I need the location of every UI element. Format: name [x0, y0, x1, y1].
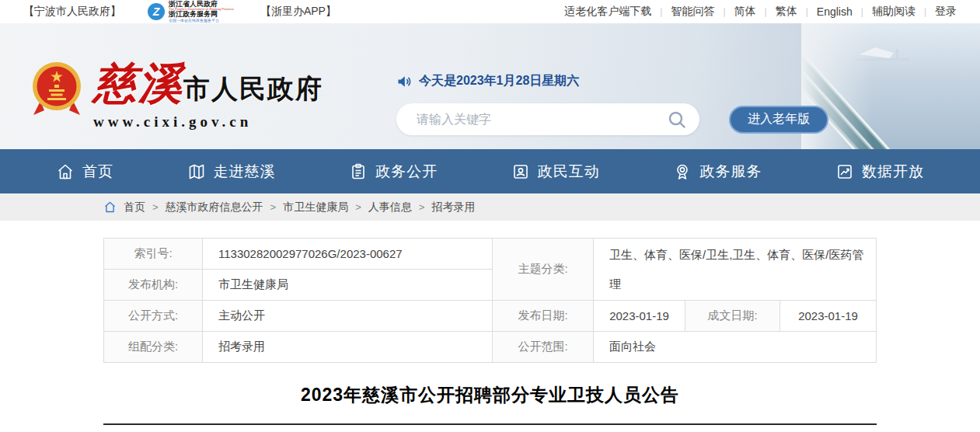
publish-date-label: 发布日期:	[493, 301, 594, 332]
publishing-agency-label: 发布机构:	[104, 270, 203, 301]
index-number-value: 11330282002977026G/2023-00627	[203, 239, 493, 270]
search-button[interactable]	[667, 110, 687, 130]
nav-item-about-cixi[interactable]: 走进慈溪	[187, 162, 276, 182]
topbar-right: 适老化客户端下载 | 智能问答 | 简体 | 繁体 | English | 辅助…	[564, 5, 957, 19]
site-header: 慈溪 市人民政府 www.cixi.gov.cn 今天是2023年1月28日星期…	[0, 23, 980, 149]
disclosure-method-value: 主动公开	[203, 301, 493, 332]
breadcrumb-home[interactable]: 首页	[124, 200, 145, 214]
home-icon	[56, 162, 75, 181]
map-icon	[187, 162, 206, 181]
nav-item-home[interactable]: 首页	[56, 162, 113, 182]
page-title: 2023年慈溪市公开招聘部分专业卫技人员公告	[103, 383, 877, 407]
document-date-label: 成文日期:	[685, 301, 780, 332]
zj-logo-line3: 全国一体化在线政务服务平台	[169, 19, 234, 23]
national-emblem-icon	[31, 61, 82, 121]
breadcrumb-recruitment[interactable]: 招考录用	[431, 200, 475, 214]
breadcrumb-health-bureau[interactable]: 市卫生健康局	[283, 200, 348, 214]
disclosure-scope-label: 公开范围:	[493, 332, 594, 363]
article-area: 索引号: 11330282002977026G/2023-00627 主题分类:…	[103, 238, 877, 425]
nav-item-public-interaction[interactable]: 政民互动	[511, 162, 600, 182]
today-date-text: 今天是2023年1月28日星期六	[419, 73, 579, 89]
nav-item-open-data[interactable]: 数据开放	[835, 162, 924, 182]
document-meta-table: 索引号: 11330282002977026G/2023-00627 主题分类:…	[103, 238, 877, 363]
disclosure-scope-value: 面向社会	[594, 332, 877, 363]
zhejiang-gov-logo[interactable]: Z 浙江省人民政府 The People's Government of Zhe…	[148, 1, 234, 23]
home-breadcrumb-icon[interactable]	[103, 200, 117, 214]
search-input[interactable]	[417, 113, 667, 127]
breadcrumb: 首页 > 慈溪市政府信息公开 > 市卫生健康局 > 人事信息 > 招考录用	[103, 193, 877, 221]
topbar-left: 【宁波市人民政府】 Z 浙江省人民政府 The People's Governm…	[23, 1, 337, 23]
top-utility-bar: 【宁波市人民政府】 Z 浙江省人民政府 The People's Governm…	[0, 0, 980, 23]
english-link[interactable]: English	[817, 5, 853, 18]
site-url: www.cixi.gov.cn	[93, 113, 323, 131]
login-link[interactable]: 登录	[935, 5, 957, 19]
title-divider	[103, 423, 877, 425]
speaker-icon[interactable]	[396, 74, 412, 89]
id-card-icon	[511, 162, 530, 181]
main-nav: 首页 走进慈溪 政务公开 政民互动 政务服务 数据开放	[0, 149, 980, 193]
group-category-label: 组配分类:	[104, 332, 203, 363]
elderly-client-download-link[interactable]: 适老化客户端下载	[564, 5, 651, 19]
disclosure-method-label: 公开方式:	[104, 301, 203, 332]
date-banner: 今天是2023年1月28日星期六	[396, 73, 828, 89]
clipboard-icon	[349, 162, 368, 181]
elder-version-button[interactable]: 进入老年版	[729, 106, 828, 134]
zheliban-app-link[interactable]: 【浙里办APP】	[260, 5, 337, 19]
nav-item-gov-services[interactable]: 政务服务	[673, 162, 762, 182]
medal-icon	[673, 162, 692, 181]
site-name-calligraphy: 慈溪	[93, 61, 183, 104]
breadcrumb-personnel-info[interactable]: 人事信息	[368, 200, 412, 214]
publishing-agency-value: 市卫生健康局	[203, 270, 493, 301]
simplified-chinese-link[interactable]: 简体	[734, 5, 756, 19]
topic-category-value: 卫生、体育、医保/卫生,卫生、体育、医保/医药管理	[594, 239, 877, 301]
chart-icon	[835, 162, 854, 181]
site-brand[interactable]: 慈溪 市人民政府 www.cixi.gov.cn	[31, 61, 323, 131]
ningbo-gov-link[interactable]: 【宁波市人民政府】	[23, 5, 121, 19]
site-search	[396, 103, 699, 135]
group-category-value: 招考录用	[203, 332, 493, 363]
search-icon	[667, 110, 687, 130]
index-number-label: 索引号:	[104, 239, 203, 270]
smart-qa-link[interactable]: 智能问答	[671, 5, 714, 19]
nav-item-gov-disclosure[interactable]: 政务公开	[349, 162, 438, 182]
topic-category-label: 主题分类:	[493, 239, 594, 301]
zhejiang-logo-icon: Z	[148, 3, 165, 20]
site-name-suffix: 市人民政府	[183, 71, 323, 107]
accessibility-link[interactable]: 辅助阅读	[872, 5, 915, 19]
document-date-value: 2023-01-19	[780, 301, 877, 332]
breadcrumb-info-disclosure[interactable]: 慈溪市政府信息公开	[166, 200, 263, 214]
breadcrumb-band: 首页 > 慈溪市政府信息公开 > 市卫生健康局 > 人事信息 > 招考录用	[0, 193, 980, 221]
publish-date-value: 2023-01-19	[594, 301, 685, 332]
traditional-chinese-link[interactable]: 繁体	[776, 5, 797, 19]
